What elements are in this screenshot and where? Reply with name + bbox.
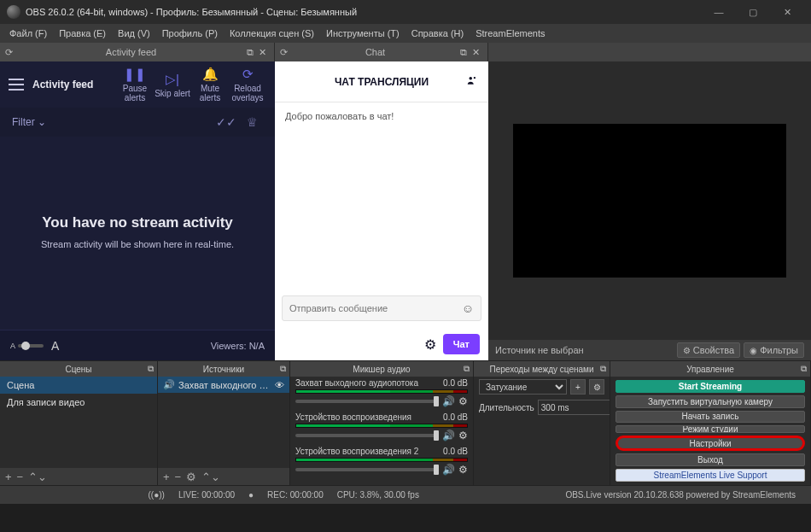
window-title: OBS 26.0.2 (64-bit, windows) - Профиль: … <box>26 7 702 17</box>
settings-button[interactable]: Настройки <box>616 436 805 452</box>
add-button[interactable]: + <box>570 379 586 395</box>
menu-file[interactable]: Файл (F) <box>3 26 53 41</box>
activity-empty-state: You have no stream activity Stream activ… <box>0 137 275 330</box>
refresh-icon[interactable]: ⟳ <box>5 47 13 58</box>
properties-button[interactable]: ⚙Свойства <box>677 342 740 358</box>
mixer-header: Микшер аудио⧉ <box>290 361 473 377</box>
sources-header: Источники⧉ <box>158 361 289 377</box>
chat-input[interactable] <box>289 303 462 313</box>
gear-icon[interactable]: ⚙ <box>186 471 196 483</box>
transitions-header: Переходы между сценами⧉ <box>474 361 610 377</box>
tab-close-icon[interactable]: ✕ <box>259 47 266 58</box>
gear-icon[interactable]: ⚙ <box>458 395 468 407</box>
speaker-icon[interactable]: 🔊 <box>442 464 455 476</box>
menu-view[interactable]: Вид (V) <box>112 26 156 41</box>
emoji-icon[interactable]: ☺ <box>462 301 474 315</box>
menu-scene-collection[interactable]: Коллекция сцен (S) <box>224 26 320 41</box>
mixer-track: Устройство воспроизведения 20.0 dB 🔊⚙ <box>290 445 473 479</box>
popout-icon[interactable]: ⧉ <box>460 47 467 58</box>
scene-item[interactable]: Для записи видео <box>0 394 157 411</box>
exit-button[interactable]: Выход <box>616 453 805 466</box>
popout-icon[interactable]: ⧉ <box>464 364 470 374</box>
filter-dropdown[interactable]: Filter <box>12 116 46 128</box>
add-button[interactable]: + <box>163 471 170 483</box>
hamburger-icon[interactable] <box>9 79 24 91</box>
menu-edit[interactable]: Правка (E) <box>53 26 112 41</box>
scene-item[interactable]: Сцена <box>0 377 157 394</box>
popout-icon[interactable]: ⧉ <box>280 364 286 374</box>
users-icon[interactable] <box>466 74 478 89</box>
popout-icon[interactable]: ⧉ <box>600 364 606 374</box>
broadcast-icon: ((●)) <box>149 490 165 500</box>
duration-input[interactable] <box>538 400 610 415</box>
bell-icon: 🔔 <box>191 67 229 82</box>
volume-slider[interactable] <box>295 400 439 403</box>
skip-alert-button[interactable]: ▷|Skip alert <box>154 72 191 98</box>
popout-icon[interactable]: ⧉ <box>247 47 254 58</box>
skip-icon: ▷| <box>154 72 191 87</box>
start-streaming-button[interactable]: Start Streaming <box>616 380 805 393</box>
mute-alerts-button[interactable]: 🔔Mute alerts <box>191 67 229 102</box>
eye-icon[interactable]: 👁 <box>275 380 284 390</box>
checkmark-icon[interactable]: ✓✓ <box>216 115 236 129</box>
menu-streamelements[interactable]: StreamElements <box>470 26 551 41</box>
preview-footer: Источник не выбран ⚙Свойства ◉Фильтры <box>488 340 811 360</box>
add-button[interactable]: + <box>5 471 12 483</box>
remove-button[interactable]: − <box>175 471 182 483</box>
minimize-button[interactable]: — <box>702 0 736 24</box>
reload-overlays-button[interactable]: ⟳Reload overlays <box>229 67 266 102</box>
support-button[interactable]: StreamElements Live Support <box>616 469 805 482</box>
scenes-list[interactable]: Сцена Для записи видео <box>0 377 157 468</box>
maximize-button[interactable]: ▢ <box>736 0 770 24</box>
tab-chat[interactable]: ⟳ Chat ⧉ ✕ <box>275 43 488 61</box>
menu-help[interactable]: Справка (H) <box>406 26 470 41</box>
chat-messages: Добро пожаловать в чат! <box>275 102 488 289</box>
pause-alerts-button[interactable]: ❚❚Pause alerts <box>116 67 154 102</box>
level-meter <box>295 389 468 394</box>
gear-icon[interactable]: ⚙ <box>424 336 436 353</box>
chat-welcome-message: Добро пожаловать в чат! <box>285 111 478 121</box>
menu-profile[interactable]: Профиль (P) <box>156 26 224 41</box>
volume-slider[interactable] <box>295 468 439 471</box>
virtual-camera-button[interactable]: Запустить виртуальную камеру <box>616 395 805 408</box>
reorder-icon[interactable]: ⌃⌄ <box>28 471 47 483</box>
pause-icon: ❚❚ <box>116 67 154 82</box>
popout-icon[interactable]: ⧉ <box>801 364 807 374</box>
activity-filter-row: Filter ✓✓ ♕ <box>0 108 275 137</box>
size-slider[interactable] <box>18 344 44 348</box>
popout-icon[interactable]: ⧉ <box>148 364 154 374</box>
crown-icon[interactable]: ♕ <box>247 115 258 129</box>
start-recording-button[interactable]: Начать запись <box>616 411 805 424</box>
controls-dock: Управление⧉ Start Streaming Запустить ви… <box>610 361 811 485</box>
tab-chat-label: Chat <box>293 47 458 57</box>
svg-point-1 <box>474 77 476 79</box>
chat-panel: ЧАТ ТРАНСЛЯЦИИ Добро пожаловать в чат! ☺… <box>275 61 488 360</box>
chat-send-button[interactable]: Чат <box>443 334 480 354</box>
status-cpu: CPU: 3.8%, 30.00 fps <box>337 490 419 500</box>
chat-header: ЧАТ ТРАНСЛЯЦИИ <box>275 61 488 102</box>
size-small-label: A <box>10 342 15 350</box>
menu-tools[interactable]: Инструменты (T) <box>320 26 406 41</box>
gear-icon[interactable]: ⚙ <box>589 379 604 395</box>
transition-select[interactable]: Затухание <box>479 379 567 395</box>
studio-mode-button[interactable]: Режим студии <box>616 425 805 432</box>
gear-icon[interactable]: ⚙ <box>458 464 468 476</box>
volume-slider[interactable] <box>295 434 439 437</box>
sources-list[interactable]: 🔊 Захват выходного ауди 👁 <box>158 377 289 468</box>
source-item[interactable]: 🔊 Захват выходного ауди 👁 <box>158 377 289 393</box>
close-button[interactable]: ✕ <box>770 0 804 24</box>
track-db: 0.0 dB <box>443 447 468 456</box>
titlebar: OBS 26.0.2 (64-bit, windows) - Профиль: … <box>0 0 811 24</box>
remove-button[interactable]: − <box>17 471 24 483</box>
text-size-control[interactable]: A A <box>10 339 59 353</box>
speaker-icon[interactable]: 🔊 <box>442 430 455 441</box>
tab-activity-feed[interactable]: ⟳ Activity feed ⧉ ✕ <box>0 43 275 61</box>
speaker-icon: 🔊 <box>163 379 175 390</box>
preview-canvas[interactable] <box>513 124 786 278</box>
refresh-icon[interactable]: ⟳ <box>280 47 288 58</box>
reorder-icon[interactable]: ⌃⌄ <box>201 471 220 483</box>
gear-icon[interactable]: ⚙ <box>458 430 468 441</box>
tab-close-icon[interactable]: ✕ <box>472 47 480 58</box>
filters-button[interactable]: ◉Фильтры <box>744 342 804 358</box>
speaker-icon[interactable]: 🔊 <box>442 395 455 407</box>
